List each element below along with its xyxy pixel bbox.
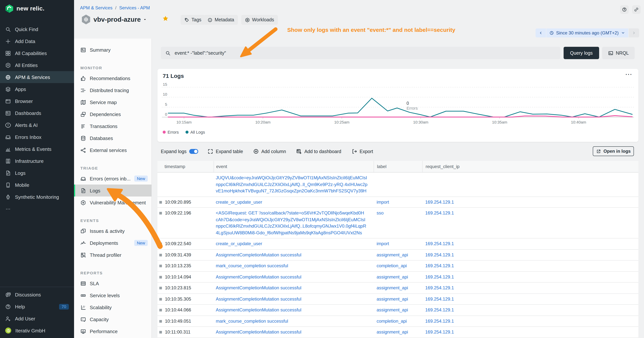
expand-logs-toggle[interactable] <box>189 149 198 154</box>
subnav-item-external-services[interactable]: External services <box>74 144 152 156</box>
log-row[interactable]: 10:10:35.305AssignmentCompletionMutation… <box>158 294 638 305</box>
entity-caret-icon[interactable] <box>143 18 147 22</box>
entity-name[interactable]: vbv-prod-azure <box>94 16 141 24</box>
log-label-link[interactable]: completion_api <box>376 263 407 268</box>
remove-column-icon[interactable] <box>630 165 635 169</box>
log-label-link[interactable]: sso <box>376 210 384 216</box>
log-request-client-ip-link[interactable]: 169.254.129.1 <box>425 296 454 301</box>
favorite-star-icon[interactable] <box>162 15 169 22</box>
subnav-item-sla[interactable]: SLA <box>74 277 152 289</box>
subnav-item-summary[interactable]: Summary <box>74 44 152 56</box>
subnav-item-service-map[interactable]: Service map <box>74 96 152 108</box>
subnav-item-capacity[interactable]: Capacity <box>74 313 152 325</box>
log-label-link[interactable]: assignment_api <box>376 252 408 257</box>
query-logs-button[interactable]: Query logs <box>564 47 599 59</box>
subnav-item-transactions[interactable]: Transactions <box>74 120 152 132</box>
log-label-link[interactable]: assignment_api <box>376 274 408 279</box>
sidebar-item-metrics-events[interactable]: Metrics & Events <box>0 143 74 155</box>
legend-errors[interactable]: Errors <box>163 130 179 134</box>
sidebar-item-add-data[interactable]: Add Data <box>0 35 74 47</box>
log-event-link[interactable]: AssignmentCompletionMutation successful <box>216 285 374 291</box>
log-event-link[interactable]: 4LgSjsuUW8B0Mi8-Gdo_f6ofWhjpatNs9jaMs9qK… <box>216 230 374 236</box>
log-row[interactable]: 10:11:00.311AssignmentCompletionMutation… <box>158 327 638 338</box>
expand-table-button[interactable]: Expand table <box>208 149 243 154</box>
log-event-link[interactable]: nppcCI6IkRlZmxhdGUiLCJzZXIiOiIxLjAifQ..L… <box>216 223 374 230</box>
breadcrumb-apm-services[interactable]: APM & Services <box>80 5 112 11</box>
log-request-client-ip-link[interactable]: 169.254.129.1 <box>425 199 454 205</box>
remove-column-icon[interactable] <box>206 165 210 169</box>
sidebar-item-more[interactable] <box>0 203 74 215</box>
log-event-link[interactable]: create_or_update_user <box>216 199 374 205</box>
subnav-item-distributed-tracing[interactable]: Distributed tracing <box>74 84 152 96</box>
log-request-client-ip-link[interactable]: 169.254.129.1 <box>425 307 454 312</box>
log-request-client-ip-link[interactable]: 169.254.129.1 <box>425 252 454 257</box>
log-event-link[interactable]: <ASGIRequest: GET '/sso/callback/?state=… <box>216 210 374 217</box>
clear-search-icon[interactable] <box>551 51 556 55</box>
time-range-previous[interactable] <box>536 29 546 38</box>
nrql-button[interactable]: NRQL <box>602 47 635 59</box>
breadcrumb-services-apm[interactable]: Services - APM <box>119 5 150 11</box>
help-button[interactable] <box>620 5 629 14</box>
log-row[interactable]: JUQVU&code=eyJraWQiOiJjcGltY29yZV8wOTI1M… <box>158 173 638 197</box>
log-event-link[interactable]: AssignmentCompletionMutation successful <box>216 329 374 335</box>
sidebar-item-infrastructure[interactable]: Infrastructure <box>0 155 74 167</box>
log-request-client-ip-link[interactable]: 169.254.129.1 <box>425 241 454 246</box>
log-request-client-ip-link[interactable]: 169.254.129.1 <box>425 263 454 268</box>
log-event-link[interactable]: vE1moHpkhokTVBvguN7_72JtGzGsqxZpn2OaKc3n… <box>216 188 374 194</box>
add-to-dashboard-button[interactable]: Add to dashboard <box>296 149 341 154</box>
subnav-item-dependencies[interactable]: Dependencies <box>74 108 152 120</box>
sidebar-item-quick-find[interactable]: Quick Find <box>0 23 74 35</box>
log-event-link[interactable]: JUQVU&code=eyJraWQiOiJjcGltY29yZV8wOTI1M… <box>216 175 374 181</box>
tags-button[interactable]: Tags <box>181 15 205 25</box>
log-event-link[interactable]: mark_course_completion successful <box>216 263 374 269</box>
log-row[interactable]: 10:09:20.895create_or_update_userimport1… <box>158 197 638 208</box>
sidebar-item-help[interactable]: Help70 <box>0 300 74 312</box>
metadata-button[interactable]: Metadata <box>204 15 238 25</box>
time-range-next[interactable] <box>629 29 639 38</box>
log-row[interactable]: 10:10:14.094AssignmentCompletionMutation… <box>158 271 638 283</box>
sidebar-item-mobile[interactable]: Mobile <box>0 179 74 191</box>
sidebar-item-all-capabilities[interactable]: All Capabilities <box>0 47 74 59</box>
log-row[interactable]: 10:10:13.235mark_course_completion succe… <box>158 260 638 271</box>
legend-all-logs[interactable]: All Logs <box>186 130 205 134</box>
log-event-link[interactable]: AssignmentCompletionMutation successful <box>216 296 374 302</box>
log-event-link[interactable]: create_or_update_user <box>216 241 374 247</box>
log-event-link[interactable]: AssignmentCompletionMutation successful <box>216 252 374 258</box>
log-event-link[interactable]: AssignmentCompletionMutation successful <box>216 274 374 280</box>
subnav-item-thread-profiler[interactable]: Thread profiler <box>74 249 152 261</box>
time-range-selector[interactable]: Since 30 minutes ago (GMT+2) <box>546 29 628 38</box>
log-request-client-ip-link[interactable]: 169.254.129.1 <box>425 285 454 290</box>
log-row[interactable]: 10:10:23.815AssignmentCompletionMutation… <box>158 283 638 294</box>
sidebar-item-logs[interactable]: Logs <box>0 167 74 179</box>
log-request-client-ip-link[interactable]: 169.254.129.1 <box>425 274 454 279</box>
log-row[interactable]: 10:10:49.051mark_course_completion succe… <box>158 316 638 327</box>
subnav-item-logs[interactable]: Logs <box>74 185 152 196</box>
log-event-link[interactable]: nppcCI6IkRlZmxhdGUiLCJzZXIiOiIxLjAifQ..I… <box>216 181 374 188</box>
sidebar-item-discussions[interactable]: Discussions <box>0 289 74 300</box>
subnav-item-databases[interactable]: Databases <box>74 132 152 144</box>
sidebar-item-apm-services[interactable]: APM & Services <box>0 71 74 83</box>
permalink-button[interactable] <box>632 5 641 14</box>
sidebar-item-apps[interactable]: Apps <box>0 83 74 95</box>
subnav-item-performance[interactable]: Performance <box>74 325 152 337</box>
column-header-event[interactable]: event <box>214 161 374 172</box>
subnav-item-recommendations[interactable]: Recommendations <box>74 72 152 84</box>
log-label-link[interactable]: import <box>376 199 389 205</box>
subnav-item-service-levels[interactable]: Service levels <box>74 289 152 301</box>
log-label-link[interactable]: assignment_api <box>376 329 408 335</box>
export-button[interactable]: Export <box>351 149 373 154</box>
log-row[interactable]: 10:10:44.066AssignmentCompletionMutation… <box>158 305 638 316</box>
log-row[interactable]: 10:09:22.540create_or_update_userimport1… <box>158 238 638 249</box>
subnav-item-issues-activity[interactable]: Issues & activity <box>74 225 152 237</box>
sidebar-item-alerts-ai[interactable]: Alerts & AI <box>0 119 74 131</box>
log-label-link[interactable]: import <box>376 241 389 246</box>
sidebar-item-all-entities[interactable]: All Entities <box>0 59 74 71</box>
column-header-label[interactable]: label <box>374 161 422 172</box>
new-relic-logo[interactable]: new relic. <box>5 4 44 13</box>
subnav-item-scalability[interactable]: Scalability <box>74 301 152 313</box>
log-row[interactable]: 10:09:22.196<ASGIRequest: GET '/sso/call… <box>158 208 638 238</box>
sidebar-item-errors-inbox[interactable]: Errors Inbox <box>0 131 74 143</box>
log-label-link[interactable]: assignment_api <box>376 296 408 301</box>
sidebar-item-add-user[interactable]: Add User <box>0 312 74 324</box>
log-label-link[interactable]: completion_api <box>376 318 407 323</box>
